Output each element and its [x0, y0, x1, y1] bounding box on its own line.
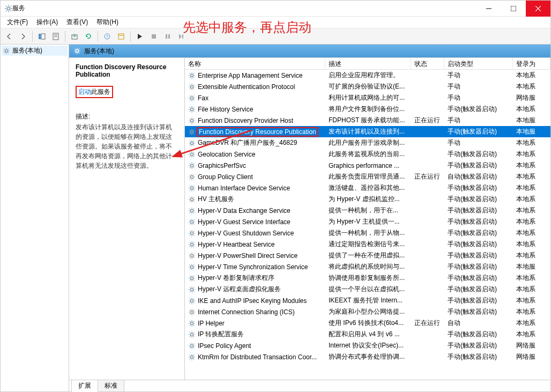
gear-icon [188, 106, 196, 113]
service-row[interactable]: Hyper-V 卷影复制请求程序协调使用卷影复制服务所...手动(触发器启动)本… [185, 272, 550, 284]
col-status[interactable]: 状态 [411, 58, 444, 69]
service-desc: 此用户服务用于游戏录制... [325, 138, 411, 147]
svg-point-23 [190, 97, 193, 99]
tree-item-services-local[interactable]: 服务(本地) [2, 46, 68, 56]
svg-point-27 [190, 142, 193, 144]
service-row[interactable]: Enterprise App Management Service启用企业应用程… [185, 70, 550, 81]
col-logon[interactable]: 登录为 [513, 58, 550, 69]
service-desc: 使用 IPv6 转换技术(6to4... [325, 319, 411, 328]
service-startup: 手动(触发器启动) [444, 217, 513, 226]
gear-icon [188, 117, 196, 124]
menu-file[interactable]: 文件(F) [4, 17, 31, 28]
detail-title: Function Discovery Resource Publication [76, 63, 178, 78]
export-button[interactable] [68, 30, 81, 43]
service-row[interactable]: IKE and AuthIP IPsec Keying ModulesIKEEX… [185, 295, 550, 306]
pause-service-button[interactable] [161, 30, 174, 43]
service-desc: 激活键盘、遥控器和其他... [325, 183, 411, 193]
tab-standard[interactable]: 标准 [98, 380, 124, 391]
app-icon [5, 5, 12, 12]
service-row[interactable]: Extensible Authentication Protocol可扩展的身份… [185, 81, 550, 92]
svg-point-0 [7, 7, 10, 10]
detail-desc-label: 描述: [76, 112, 178, 121]
start-service-button[interactable] [133, 30, 146, 43]
svg-point-28 [190, 153, 193, 156]
window-title: 服务 [12, 4, 25, 13]
service-row[interactable]: Function Discovery Resource Publication发… [185, 126, 550, 137]
svg-point-21 [190, 74, 193, 77]
service-desc: 提供了一种在不使用虚拟... [325, 251, 411, 260]
restart-service-button[interactable] [175, 30, 188, 43]
service-logon: 本地系 [513, 183, 550, 193]
service-row[interactable]: Geolocation Service此服务将监视系统的当前...手动(触发器启… [185, 149, 550, 160]
service-row[interactable]: Function Discovery Provider HostFDPHOST … [185, 115, 550, 126]
gear-icon [188, 331, 196, 338]
service-row[interactable]: IP Helper使用 IPv6 转换技术(6to4...正在运行自动本地系 [185, 317, 550, 329]
minimize-button[interactable] [476, 1, 501, 17]
properties-button[interactable] [49, 30, 62, 43]
service-startup: 手动 [444, 93, 513, 102]
service-row[interactable]: Hyper-V 远程桌面虚拟化服务提供一个平台以在虚拟机...手动(触发器启动)… [185, 284, 550, 295]
service-row[interactable]: Internet Connection Sharing (ICS)为家庭和小型办… [185, 306, 550, 317]
col-startup[interactable]: 启动类型 [444, 58, 513, 69]
back-button[interactable] [3, 30, 16, 43]
service-logon: 本地系 [513, 195, 550, 204]
svg-point-40 [190, 288, 193, 291]
service-row[interactable]: KtmRm for Distributed Transaction Coor..… [185, 351, 550, 363]
service-row[interactable]: IP 转换配置服务配置和启用从 v4 到 v6 ...手动(触发器启动)本地系 [185, 329, 550, 340]
stop-service-button[interactable] [147, 30, 160, 43]
tree-item-label: 服务(本地) [12, 46, 42, 55]
service-row[interactable]: Fax利用计算机或网络上的可...手动网络服 [185, 92, 550, 103]
service-row[interactable]: Hyper-V PowerShell Direct Service提供了一种在不… [185, 250, 550, 261]
service-desc: 提供一个平台以在虚拟机... [325, 285, 411, 294]
tab-extended[interactable]: 扩展 [71, 380, 98, 392]
svg-point-25 [190, 119, 193, 122]
properties2-button[interactable] [115, 30, 128, 43]
col-desc[interactable]: 描述 [325, 58, 411, 69]
service-startup: 手动(触发器启动) [444, 330, 513, 339]
svg-rect-16 [166, 34, 167, 39]
service-row[interactable]: Group Policy Client此服务负责应用管理员通...正在运行自动(… [185, 171, 550, 182]
service-name: Hyper-V Data Exchange Service [198, 207, 291, 215]
refresh-button[interactable] [82, 30, 95, 43]
service-desc: 为 Hyper-V 主机提供一... [325, 217, 411, 226]
svg-point-44 [190, 333, 193, 336]
gear-icon [188, 139, 196, 147]
forward-button[interactable] [17, 30, 29, 43]
show-hide-tree-button[interactable] [35, 30, 48, 43]
service-row[interactable]: Hyper-V Data Exchange Service提供一种机制，用于在.… [185, 205, 550, 216]
maximize-button[interactable] [501, 1, 526, 17]
help-button[interactable]: ? [101, 30, 114, 43]
gear-icon [188, 353, 196, 361]
service-desc: 利用计算机或网络上的可... [325, 93, 411, 102]
service-row[interactable]: GraphicsPerfSvcGraphics performance ...手… [185, 160, 550, 171]
service-row[interactable]: IPsec Policy AgentInternet 协议安全(IPsec)..… [185, 340, 550, 351]
service-logon: 本地系 [513, 105, 550, 114]
service-row[interactable]: Hyper-V Heartbeat Service通过定期报告检测信号来...手… [185, 239, 550, 250]
service-startup: 手动(触发器启动) [444, 206, 513, 215]
start-service-link[interactable]: 启动 [78, 88, 91, 95]
service-row[interactable]: Hyper-V Guest Shutdown Service提供一种机制，用于从… [185, 227, 550, 239]
service-logon: 本地系 [513, 307, 550, 316]
service-list[interactable]: Enterprise App Management Service启用企业应用程… [185, 70, 550, 380]
service-name: GameDVR 和广播用户服务_46829 [198, 138, 297, 147]
menu-action[interactable]: 操作(A) [33, 17, 61, 28]
col-name[interactable]: 名称 [185, 58, 325, 69]
svg-point-26 [190, 130, 193, 133]
service-row[interactable]: HV 主机服务为 Hyper-V 虚拟机监控...手动(触发器启动)本地系 [185, 194, 550, 205]
service-logon: 本地服 [513, 116, 550, 125]
service-row[interactable]: Human Interface Device Service激活键盘、遥控器和其… [185, 182, 550, 194]
service-status: 正在运行 [411, 116, 444, 125]
gear-icon [188, 263, 196, 271]
menu-view[interactable]: 查看(V) [63, 17, 91, 28]
service-row[interactable]: GameDVR 和广播用户服务_46829此用户服务用于游戏录制...手动本地系 [185, 137, 550, 149]
service-row[interactable]: Hyper-V Guest Service Interface为 Hyper-V… [185, 216, 550, 227]
service-row[interactable]: File History Service将用户文件复制到备份位...手动(触发器… [185, 103, 550, 115]
service-row[interactable]: Hyper-V Time Synchronization Service将此虚拟… [185, 261, 550, 272]
service-logon: 本地系 [513, 296, 550, 305]
svg-rect-5 [39, 34, 41, 39]
gear-icon [188, 342, 196, 350]
close-button[interactable] [526, 1, 550, 17]
menu-help[interactable]: 帮助(H) [93, 17, 122, 28]
svg-rect-17 [168, 34, 170, 39]
gear-icon [188, 151, 196, 158]
